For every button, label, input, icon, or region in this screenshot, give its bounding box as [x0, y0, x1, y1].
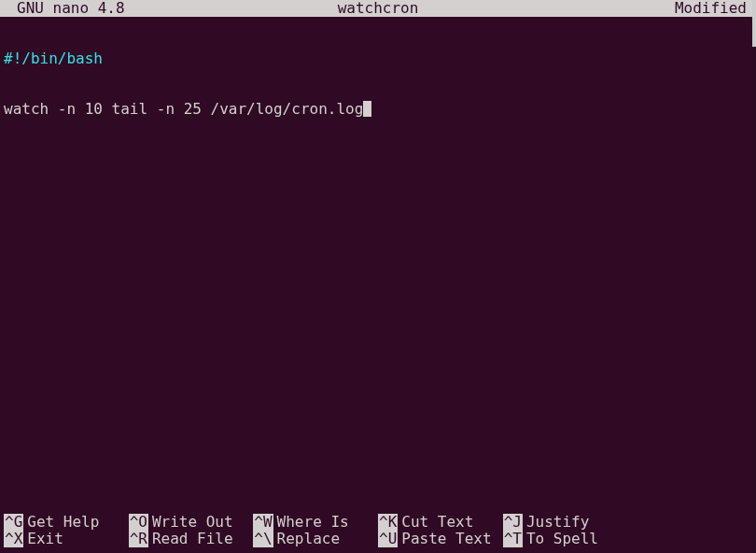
cursor-icon	[363, 101, 371, 117]
shortcut-label: Read File	[152, 531, 233, 547]
shebang-line: #!/bin/bash	[4, 50, 103, 67]
shortcut-key: ^\	[253, 531, 273, 547]
shortcut-key: ^R	[129, 531, 148, 547]
shortcut-exit[interactable]: ^X Exit	[4, 531, 129, 547]
title-bar: GNU nano 4.8 watchcron Modified	[0, 0, 756, 17]
shortcut-bar: ^G Get Help ^O Write Out ^W Where Is ^K …	[4, 514, 752, 547]
shortcut-label: Cut Text	[401, 514, 473, 531]
shortcut-key: ^X	[4, 531, 23, 547]
shortcut-justify[interactable]: ^J Justify	[503, 514, 628, 531]
editor-area[interactable]: #!/bin/bash watch -n 10 tail -n 25 /var/…	[0, 17, 756, 135]
shortcut-label: Write Out	[152, 514, 233, 531]
editor-line: watch -n 10 tail -n 25 /var/log/cron.log	[4, 101, 756, 118]
shortcut-to-spell[interactable]: ^T To Spell	[503, 531, 628, 547]
editor-line: #!/bin/bash	[4, 50, 756, 67]
shortcut-label: Paste Text	[401, 531, 491, 547]
shortcut-label: Justify	[526, 514, 589, 531]
shortcut-label: Replace	[277, 531, 340, 547]
shortcut-empty	[627, 514, 752, 531]
shortcut-key: ^U	[378, 531, 398, 547]
shortcut-label: Where Is	[277, 514, 349, 531]
shortcut-key: ^T	[503, 531, 523, 547]
shortcut-label: To Spell	[526, 531, 598, 547]
scrollbar-thumb[interactable]	[752, 0, 756, 47]
code-line: watch -n 10 tail -n 25 /var/log/cron.log	[4, 101, 363, 118]
shortcut-label: Exit	[27, 531, 63, 547]
app-name: GNU nano 4.8	[4, 0, 125, 17]
shortcut-key: ^G	[4, 514, 23, 531]
shortcut-write-out[interactable]: ^O Write Out	[129, 514, 254, 531]
shortcut-label: Get Help	[27, 514, 99, 531]
shortcut-cut-text[interactable]: ^K Cut Text	[378, 514, 503, 531]
shortcut-replace[interactable]: ^\ Replace	[253, 531, 378, 547]
shortcut-key: ^W	[253, 514, 273, 531]
shortcut-key: ^O	[129, 514, 148, 531]
shortcut-key: ^J	[503, 514, 523, 531]
shortcut-get-help[interactable]: ^G Get Help	[4, 514, 129, 531]
shortcut-paste-text[interactable]: ^U Paste Text	[378, 531, 503, 547]
modified-status: Modified	[675, 0, 752, 17]
scrollbar-track[interactable]	[752, 0, 756, 553]
shortcut-where-is[interactable]: ^W Where Is	[253, 514, 378, 531]
shortcut-key: ^K	[378, 514, 398, 531]
shortcut-read-file[interactable]: ^R Read File	[129, 531, 254, 547]
